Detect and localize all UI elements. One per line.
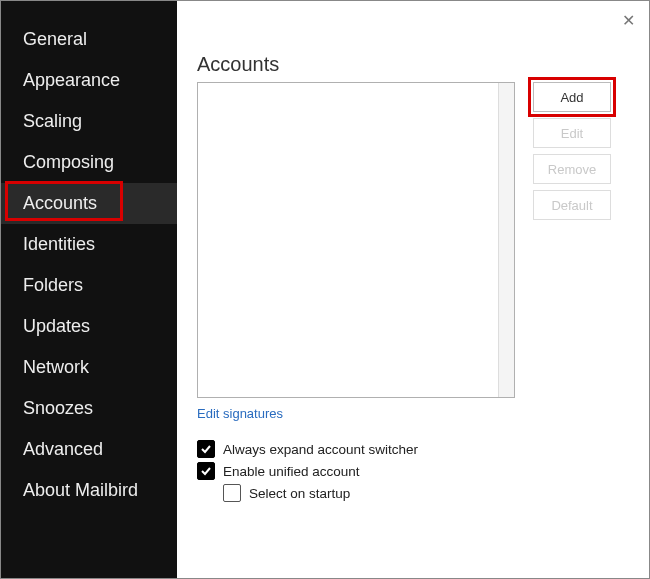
checkbox-icon[interactable] bbox=[197, 462, 215, 480]
check-label: Enable unified account bbox=[223, 464, 360, 479]
check-enable-unified[interactable]: Enable unified account bbox=[197, 462, 515, 480]
edit-button: Edit bbox=[533, 118, 611, 148]
sidebar-item-updates[interactable]: Updates bbox=[1, 306, 177, 347]
sidebar-item-label: Appearance bbox=[23, 70, 120, 90]
page-title: Accounts bbox=[197, 53, 625, 76]
accounts-listbox[interactable] bbox=[197, 82, 515, 398]
check-select-on-startup[interactable]: Select on startup bbox=[223, 484, 515, 502]
checkbox-icon[interactable] bbox=[197, 440, 215, 458]
sidebar-item-label: Identities bbox=[23, 234, 95, 254]
check-always-expand[interactable]: Always expand account switcher bbox=[197, 440, 515, 458]
sidebar-item-label: Scaling bbox=[23, 111, 82, 131]
highlight-annotation: Add bbox=[528, 77, 616, 117]
main-panel: ✕ Accounts Edit signatures Always expand… bbox=[177, 1, 649, 578]
sidebar-item-label: Composing bbox=[23, 152, 114, 172]
check-label: Always expand account switcher bbox=[223, 442, 418, 457]
add-button[interactable]: Add bbox=[533, 82, 611, 112]
sidebar-item-label: Snoozes bbox=[23, 398, 93, 418]
sidebar-item-folders[interactable]: Folders bbox=[1, 265, 177, 306]
close-icon[interactable]: ✕ bbox=[622, 11, 635, 30]
sidebar-item-label: About Mailbird bbox=[23, 480, 138, 500]
sidebar-item-network[interactable]: Network bbox=[1, 347, 177, 388]
sidebar-item-general[interactable]: General bbox=[1, 19, 177, 60]
sidebar-item-advanced[interactable]: Advanced bbox=[1, 429, 177, 470]
sidebar: General Appearance Scaling Composing Acc… bbox=[1, 1, 177, 578]
checkbox-icon[interactable] bbox=[223, 484, 241, 502]
sidebar-item-label: Network bbox=[23, 357, 89, 377]
sidebar-item-label: Folders bbox=[23, 275, 83, 295]
remove-button: Remove bbox=[533, 154, 611, 184]
sidebar-item-scaling[interactable]: Scaling bbox=[1, 101, 177, 142]
sidebar-item-label: Advanced bbox=[23, 439, 103, 459]
sidebar-item-accounts[interactable]: Accounts bbox=[1, 183, 177, 224]
sidebar-item-composing[interactable]: Composing bbox=[1, 142, 177, 183]
button-column: Add Edit Remove Default bbox=[533, 82, 611, 506]
sidebar-item-appearance[interactable]: Appearance bbox=[1, 60, 177, 101]
check-label: Select on startup bbox=[249, 486, 350, 501]
edit-signatures-link[interactable]: Edit signatures bbox=[197, 406, 283, 421]
default-button: Default bbox=[533, 190, 611, 220]
sidebar-item-about[interactable]: About Mailbird bbox=[1, 470, 177, 511]
sidebar-item-label: Accounts bbox=[23, 193, 97, 213]
sidebar-item-label: Updates bbox=[23, 316, 90, 336]
sidebar-item-label: General bbox=[23, 29, 87, 49]
scrollbar[interactable] bbox=[498, 83, 514, 397]
sidebar-item-snoozes[interactable]: Snoozes bbox=[1, 388, 177, 429]
sidebar-item-identities[interactable]: Identities bbox=[1, 224, 177, 265]
